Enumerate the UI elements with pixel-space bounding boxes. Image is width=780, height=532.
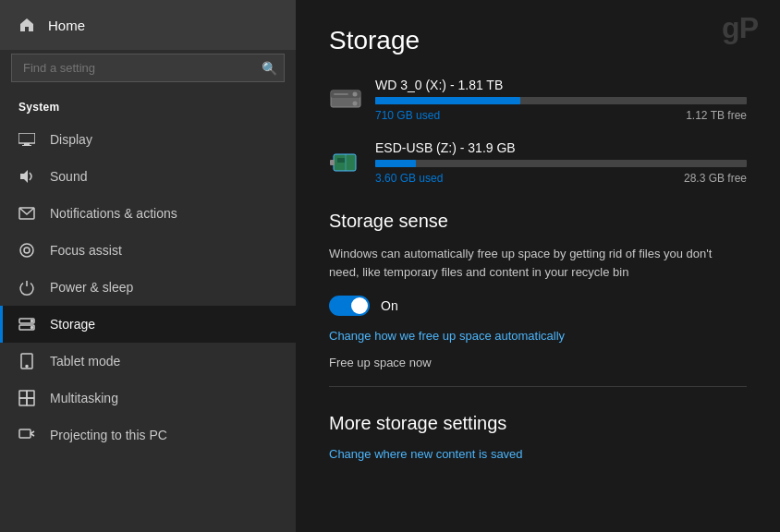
drive-1-bar (375, 97, 520, 104)
toggle-row: On (329, 296, 747, 316)
svg-point-23 (353, 102, 358, 106)
drive-1-name: WD 3_0 (X:) - 1.81 TB (375, 78, 747, 92)
sidebar-item-focus[interactable]: Focus assist (0, 232, 296, 269)
sidebar: Home 🔍 System Display Sound (0, 0, 296, 532)
drive-2-stats: 3.60 GB used 28.3 GB free (375, 172, 747, 185)
svg-rect-28 (330, 160, 335, 165)
sound-icon (18, 168, 35, 185)
svg-rect-16 (27, 398, 34, 405)
svg-point-5 (20, 244, 33, 257)
svg-rect-13 (19, 391, 27, 398)
projecting-icon (18, 427, 35, 443)
svg-rect-2 (22, 145, 31, 146)
page-title: Storage (329, 26, 747, 55)
multitasking-icon (18, 390, 35, 406)
storage-icon (18, 316, 35, 332)
drive-1-stats: 710 GB used 1.12 TB free (375, 109, 747, 122)
svg-point-6 (24, 248, 30, 253)
sidebar-section-title: System (0, 93, 296, 121)
change-auto-link[interactable]: Change how we free up space automaticall… (329, 329, 747, 343)
main-content: gP Storage WD 3_0 (X:) - 1.81 TB 71 (296, 0, 780, 532)
free-up-link[interactable]: Free up space now (329, 356, 747, 369)
drive-2-bar-container (375, 160, 747, 167)
sidebar-item-power[interactable]: Power & sleep (0, 269, 296, 306)
drive-1-free: 1.12 TB free (686, 109, 747, 122)
storage-sense-title: Storage sense (329, 211, 747, 232)
section-divider (329, 386, 747, 387)
search-input[interactable] (11, 54, 285, 82)
drive-info-1: WD 3_0 (X:) - 1.81 TB 710 GB used 1.12 T… (375, 78, 747, 122)
svg-rect-25 (334, 154, 356, 171)
sidebar-item-sound-label: Sound (50, 169, 87, 184)
svg-point-10 (31, 327, 33, 329)
sidebar-home-label: Home (48, 18, 85, 33)
power-icon (18, 279, 35, 296)
drive-1-used: 710 GB used (375, 109, 440, 122)
sidebar-item-focus-label: Focus assist (50, 243, 122, 258)
drive-row-1: WD 3_0 (X:) - 1.81 TB 710 GB used 1.12 T… (329, 78, 747, 122)
more-storage-title: More storage settings (329, 413, 747, 434)
change-content-link[interactable]: Change where new content is saved (329, 447, 747, 461)
drive-2-bar (375, 160, 416, 167)
svg-rect-26 (337, 158, 345, 163)
svg-rect-0 (18, 133, 35, 143)
search-icon: 🔍 (262, 61, 277, 76)
svg-point-9 (31, 320, 33, 322)
svg-rect-17 (19, 429, 30, 438)
sidebar-item-notifications-label: Notifications & actions (50, 206, 177, 221)
search-container: 🔍 (11, 54, 285, 82)
display-icon (18, 131, 35, 148)
home-icon (18, 17, 35, 33)
sidebar-home-button[interactable]: Home (0, 0, 296, 50)
sidebar-item-sound[interactable]: Sound (0, 158, 296, 195)
focus-icon (18, 242, 35, 259)
svg-point-22 (353, 92, 358, 97)
sidebar-item-multitasking-label: Multitasking (50, 391, 118, 405)
storage-sense-toggle[interactable] (329, 296, 370, 316)
toggle-label: On (381, 298, 398, 313)
drive-section-2: ESD-USB (Z:) - 31.9 GB 3.60 GB used 28.3… (329, 140, 747, 185)
drive-info-2: ESD-USB (Z:) - 31.9 GB 3.60 GB used 28.3… (375, 140, 747, 185)
sidebar-item-storage[interactable]: Storage (0, 306, 296, 343)
sidebar-item-projecting[interactable]: Projecting to this PC (0, 417, 296, 453)
drive-row-2: ESD-USB (Z:) - 31.9 GB 3.60 GB used 28.3… (329, 140, 747, 185)
drive-1-bar-container (375, 97, 747, 104)
drive-hdd-icon (329, 83, 362, 116)
toggle-knob (351, 297, 368, 314)
sidebar-item-tablet-label: Tablet mode (50, 354, 120, 369)
tablet-icon (18, 353, 35, 369)
drive-section-1: WD 3_0 (X:) - 1.81 TB 710 GB used 1.12 T… (329, 78, 747, 122)
sidebar-item-storage-label: Storage (50, 317, 95, 332)
sidebar-item-tablet[interactable]: Tablet mode (0, 343, 296, 380)
sidebar-item-display-label: Display (50, 132, 92, 147)
watermark: gP (722, 11, 758, 45)
sidebar-item-multitasking[interactable]: Multitasking (0, 380, 296, 417)
drive-usb-icon (329, 146, 362, 179)
sidebar-item-projecting-label: Projecting to this PC (50, 428, 167, 442)
storage-sense-description: Windows can automatically free up space … (329, 245, 736, 281)
drive-2-free: 28.3 GB free (684, 172, 747, 185)
sidebar-item-display[interactable]: Display (0, 121, 296, 158)
sidebar-item-power-label: Power & sleep (50, 280, 133, 295)
svg-marker-3 (20, 170, 28, 183)
drive-2-name: ESD-USB (Z:) - 31.9 GB (375, 140, 747, 155)
svg-rect-24 (334, 93, 348, 95)
sidebar-item-notifications[interactable]: Notifications & actions (0, 195, 296, 232)
drive-2-used: 3.60 GB used (375, 172, 443, 185)
svg-rect-15 (19, 398, 27, 405)
svg-rect-1 (24, 143, 30, 145)
svg-rect-14 (27, 391, 34, 398)
notifications-icon (18, 205, 35, 222)
svg-point-12 (26, 366, 28, 368)
